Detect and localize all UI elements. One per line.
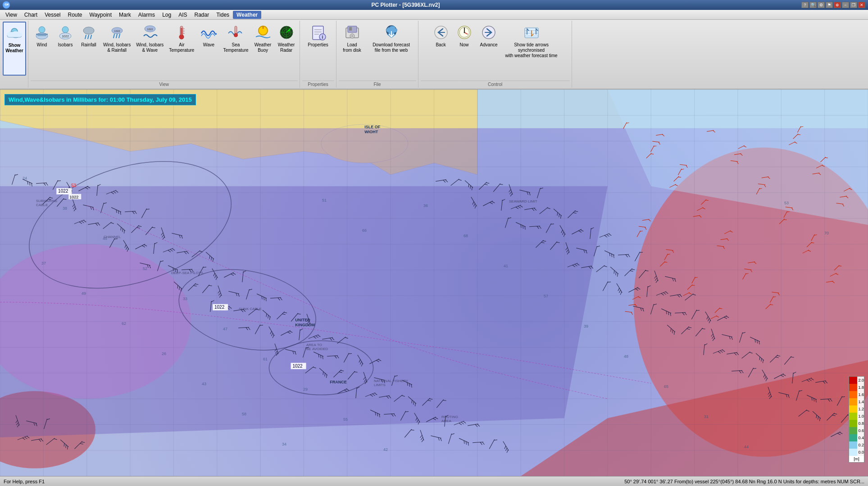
isobars-icon: 1022 [56, 23, 74, 41]
flag-btn[interactable]: ⚑ [826, 2, 833, 8]
menu-weather[interactable]: Weather [233, 11, 261, 19]
properties-icon: i [309, 23, 327, 41]
restore-btn[interactable]: ❐ [850, 2, 857, 8]
svg-point-8 [36, 33, 48, 39]
svg-rect-49 [349, 27, 352, 31]
wind-button[interactable]: Wind [31, 22, 53, 76]
wave-button[interactable]: Wave [197, 22, 220, 76]
settings-btn[interactable]: ⚙ [818, 2, 825, 8]
svg-text:1022: 1022 [147, 28, 153, 31]
view-group: Wind 1022 Isobars [29, 21, 300, 88]
svg-point-51 [351, 35, 353, 37]
menu-ais[interactable]: AIS [175, 11, 191, 19]
sea-temperature-button[interactable]: SeaTemperature [221, 22, 250, 76]
svg-point-7 [39, 27, 45, 33]
show-weather-group: ShowWeather [1, 21, 28, 88]
lifering-btn[interactable]: ⊕ [834, 2, 841, 8]
now-label: Now [460, 42, 469, 48]
svg-line-17 [91, 35, 91, 39]
svg-point-11 [62, 27, 68, 33]
show-weather-button[interactable]: ShowWeather [3, 22, 26, 76]
weather-radar-label: WeatherRadar [278, 42, 295, 53]
control-group: Back Now [419, 21, 572, 88]
load-from-disk-button[interactable]: Loadfrom disk [339, 22, 366, 76]
advance-label: Advance [480, 42, 498, 48]
menu-alarms[interactable]: Alarms [135, 11, 159, 19]
menu-mark[interactable]: Mark [115, 11, 135, 19]
svg-text:1022: 1022 [114, 30, 120, 32]
tide-arrows-icon [523, 23, 541, 41]
rainfall-button[interactable]: Rainfall [77, 22, 100, 76]
svg-point-26 [179, 35, 184, 39]
isobars-label: Isobars [58, 42, 73, 48]
sea-temperature-label: SeaTemperature [223, 42, 248, 53]
properties-button[interactable]: i Properties [302, 22, 334, 76]
air-temperature-button[interactable]: AirTemperature [167, 22, 196, 76]
wave-label: Wave [203, 42, 214, 48]
svg-text:1022: 1022 [62, 35, 69, 38]
svg-line-16 [88, 35, 89, 39]
load-disk-icon [343, 23, 361, 41]
back-label: Back [436, 42, 445, 48]
svg-line-20 [114, 34, 114, 38]
view-group-label: View [31, 81, 298, 87]
wave-icon [200, 23, 218, 41]
svg-rect-27 [181, 28, 182, 35]
menu-view[interactable]: View [2, 11, 21, 19]
weather-buoy-icon [254, 23, 272, 41]
wave-legend: 2.0 1.8 1.6 1.4 1.2 1.0 0.8 0.6 0.4 0.2 … [849, 376, 864, 463]
show-tide-arrows-button[interactable]: Show tide arrows synchronisedwith weathe… [502, 22, 561, 76]
menu-waypoint[interactable]: Waypoint [86, 11, 116, 19]
menu-route[interactable]: Route [64, 11, 86, 19]
wind-isobars-rainfall-button[interactable]: 1022 Wind, Isobars& Rainfall [101, 22, 133, 76]
isobars-button[interactable]: 1022 Isobars [54, 22, 77, 76]
tide-arrows-label: Show tide arrows synchronisedwith weathe… [504, 42, 559, 58]
air-temperature-icon [173, 23, 191, 41]
statusbar-right: 50° 29′.74 001° 36′.27 From(to) vessel 2… [624, 479, 864, 484]
svg-text:i: i [322, 35, 323, 40]
window-title: PC Plotter - [5G396XL.nv2] [10, 2, 801, 8]
cloud-sun-icon [5, 24, 23, 42]
svg-point-40 [288, 30, 290, 32]
svg-point-32 [234, 33, 238, 37]
menu-radar[interactable]: Radar [191, 11, 213, 19]
wind-isobars-wave-icon: 1022 [141, 23, 159, 41]
menu-tides[interactable]: Tides [213, 11, 233, 19]
menu-chart[interactable]: Chart [21, 11, 41, 19]
menu-log[interactable]: Log [159, 11, 175, 19]
advance-icon [480, 23, 498, 41]
download-forecast-label: Download forecastfile from the web [373, 42, 410, 53]
load-disk-label: Loadfrom disk [343, 42, 361, 53]
menu-vessel[interactable]: Vessel [41, 11, 64, 19]
titlebar: 🗺 PC Plotter - [5G396XL.nv2] ? 🔍 ⚙ ⚑ ⊕ −… [0, 0, 868, 10]
now-button[interactable]: Now [453, 22, 476, 76]
advance-button[interactable]: Advance [477, 22, 501, 76]
minimize-btn[interactable]: − [842, 2, 849, 8]
back-icon [432, 23, 450, 41]
wind-isobars-wave-label: Wind, Isobars& Wave [136, 42, 164, 53]
legend-unit: [m] [849, 456, 864, 462]
properties-group-label: Properties [302, 81, 334, 87]
svg-line-22 [119, 34, 120, 38]
statusbar: For Help, press F1 50° 29′.74 001° 36′.2… [0, 476, 868, 486]
weather-radar-button[interactable]: WeatherRadar [275, 22, 298, 76]
statusbar-left: For Help, press F1 [4, 479, 45, 484]
weather-radar-icon [277, 23, 295, 41]
svg-point-6 [16, 33, 23, 37]
file-group-label: File [339, 81, 416, 87]
wind-isobars-wave-button[interactable]: 1022 Wind, Isobars& Wave [134, 22, 166, 76]
app-icon: 🗺 [3, 1, 10, 9]
help-btn[interactable]: ? [801, 2, 809, 8]
map-area[interactable]: Wind,Wave&Isobars in Millibars for: 01:0… [0, 90, 868, 476]
back-button[interactable]: Back [430, 22, 452, 76]
wind-isobars-rainfall-label: Wind, Isobars& Rainfall [103, 42, 131, 53]
close-btn[interactable]: ✕ [858, 2, 865, 8]
svg-line-15 [85, 35, 86, 39]
now-icon [455, 23, 473, 41]
weather-buoy-button[interactable]: WeatherBuoy [252, 22, 274, 76]
show-weather-label: ShowWeather [5, 43, 23, 54]
wind-label: Wind [37, 42, 47, 48]
download-forecast-button[interactable]: Download forecastfile from the web [367, 22, 416, 76]
zoom-btn[interactable]: 🔍 [809, 2, 817, 8]
properties-label: Properties [308, 42, 328, 48]
